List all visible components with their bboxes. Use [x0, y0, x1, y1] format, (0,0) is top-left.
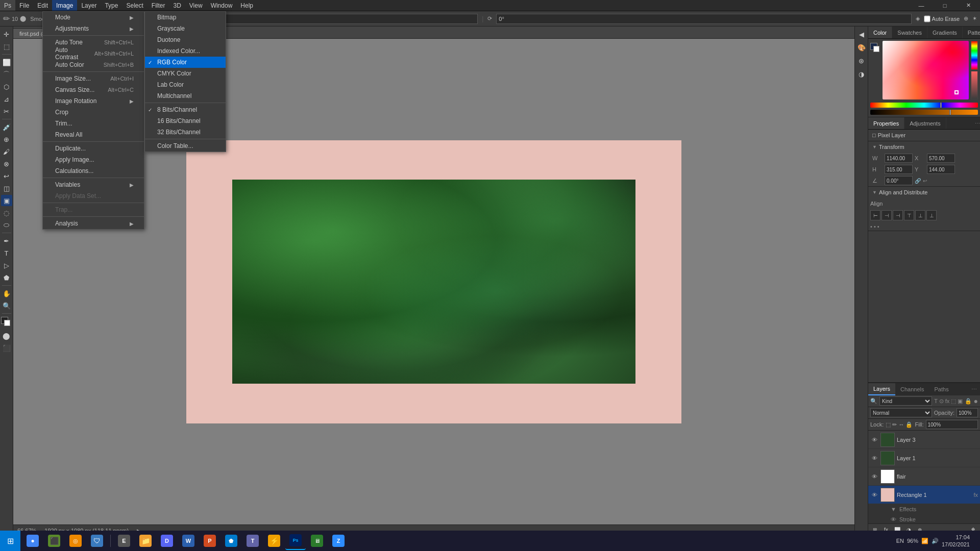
menu-view[interactable]: View: [185, 0, 207, 11]
y-input[interactable]: [927, 165, 955, 174]
layer-item-layer3[interactable]: 👁 Layer 3: [868, 431, 980, 449]
mode-16bit[interactable]: 16 Bits/Channel: [145, 115, 226, 127]
layer-eye-layer1[interactable]: 👁: [870, 454, 878, 462]
menu-type[interactable]: Type: [101, 0, 122, 11]
color-picker-icon[interactable]: 🎨: [856, 42, 867, 53]
filter-toggle[interactable]: ●: [974, 397, 978, 405]
auto-erase-check[interactable]: [924, 14, 930, 24]
dodge-tool[interactable]: ⬭: [1, 219, 12, 231]
brush-settings-icon[interactable]: ⊛: [856, 55, 867, 66]
show-desktop-btn[interactable]: [973, 532, 976, 550]
mode-32bit[interactable]: 32 Bits/Channel: [145, 127, 226, 138]
artboard-tool[interactable]: ⬚: [1, 41, 12, 52]
taskbar-photoshop[interactable]: Ps: [285, 532, 306, 550]
tab-patterns[interactable]: Patterns: [963, 27, 980, 38]
mode-bitmap[interactable]: Bitmap: [145, 12, 226, 23]
menu-reveal-all[interactable]: Reveal All: [43, 129, 144, 140]
screen-mode-tool[interactable]: ⬛: [1, 342, 12, 354]
close-button[interactable]: ✕: [957, 0, 980, 11]
mode-cmyk-color[interactable]: CMYK Color: [145, 68, 226, 79]
menu-help[interactable]: Help: [236, 0, 257, 11]
move-tool[interactable]: ✛: [1, 29, 12, 40]
saturation-slider-vertical[interactable]: [971, 71, 978, 100]
zoom-tool[interactable]: 🔍: [1, 300, 12, 311]
menu-mode[interactable]: Mode ▶: [43, 12, 144, 23]
shape-tool[interactable]: ⬟: [1, 272, 12, 283]
minimize-button[interactable]: —: [910, 0, 933, 11]
menu-variables[interactable]: Variables ▶: [43, 179, 144, 190]
menu-edit[interactable]: Edit: [33, 0, 52, 11]
align-top-btn[interactable]: ⊤: [904, 210, 914, 220]
foreground-background-colors[interactable]: [1, 317, 12, 328]
mode-8bit[interactable]: ✓ 8 Bits/Channel: [145, 104, 226, 115]
menu-auto-color[interactable]: Auto Color Shift+Ctrl+B: [43, 59, 144, 70]
auto-erase-checkbox[interactable]: Auto Erase: [924, 14, 960, 24]
taskbar-chrome[interactable]: ●: [22, 532, 43, 550]
menu-window[interactable]: Window: [207, 0, 237, 11]
layer-item-flair[interactable]: 👁 flair: [868, 467, 980, 486]
fill-input[interactable]: [926, 420, 978, 429]
menu-analysis[interactable]: Analysis ▶: [43, 218, 144, 229]
menu-select[interactable]: Select: [122, 0, 147, 11]
menu-layer[interactable]: Layer: [77, 0, 101, 11]
taskbar-desktop[interactable]: 🖥: [307, 532, 327, 550]
tab-color[interactable]: Color: [868, 27, 892, 38]
align-middle-v-btn[interactable]: ⊥: [915, 210, 925, 220]
angle-transform-input[interactable]: [885, 176, 913, 185]
menu-apply-image[interactable]: Apply Image...: [43, 154, 144, 165]
mode-multichannel[interactable]: Multichannel: [145, 90, 226, 102]
taskbar-shield[interactable]: 🛡: [87, 532, 107, 550]
mode-duotone[interactable]: Duotone: [145, 34, 226, 45]
menu-filter[interactable]: Filter: [148, 0, 169, 11]
menu-duplicate[interactable]: Duplicate...: [43, 143, 144, 154]
w-input[interactable]: [885, 154, 913, 163]
properties-panel-collapse[interactable]: ⋯: [975, 120, 980, 126]
menu-auto-contrast[interactable]: Auto Contrast Alt+Shift+Ctrl+L: [43, 48, 144, 59]
taskbar-clock[interactable]: 17:04 17/02/2021: [942, 534, 970, 548]
tab-gradients[interactable]: Gradients: [927, 27, 963, 38]
align-bottom-btn[interactable]: ⊥: [926, 210, 937, 220]
brush-tool[interactable]: 🖌: [1, 146, 12, 157]
tab-layers[interactable]: Layers: [868, 383, 895, 395]
taskbar-teams[interactable]: T: [242, 532, 263, 550]
taskbar-powerpoint[interactable]: P: [200, 532, 220, 550]
maximize-button[interactable]: □: [933, 0, 957, 11]
taskbar-minecraft[interactable]: ⬛: [44, 532, 64, 550]
h-input[interactable]: [885, 165, 913, 174]
menu-adjustments[interactable]: Adjustments ▶: [43, 23, 144, 34]
layer-eye-layer3[interactable]: 👁: [870, 436, 878, 444]
mode-grayscale[interactable]: Grayscale: [145, 23, 226, 34]
angle-input[interactable]: [496, 14, 911, 24]
taskbar-word[interactable]: W: [178, 532, 199, 550]
reset-icon[interactable]: ↩: [923, 178, 927, 184]
align-left-btn[interactable]: ⊢: [870, 210, 880, 220]
tab-adjustments[interactable]: Adjustments: [904, 117, 946, 129]
taskbar-vscode[interactable]: ⬟: [221, 532, 241, 550]
lasso-tool[interactable]: ⌒: [1, 69, 12, 80]
history-brush-tool[interactable]: ↩: [1, 170, 12, 182]
color-spectrum[interactable]: [883, 41, 969, 99]
start-button[interactable]: ⊞: [0, 531, 20, 551]
adjustment-icon[interactable]: ◑: [856, 68, 867, 80]
effects-collapse-arrow[interactable]: ▼: [891, 506, 896, 512]
layer-eye-flair[interactable]: 👁: [870, 472, 878, 481]
layers-panel-menu[interactable]: ⋯: [968, 386, 980, 393]
text-tool[interactable]: T: [1, 247, 12, 259]
align-center-h-btn[interactable]: ⊣: [881, 210, 892, 220]
tab-paths[interactable]: Paths: [929, 383, 954, 395]
fg-bg-swatch[interactable]: [870, 43, 880, 53]
gradient-tool[interactable]: ▣: [1, 195, 12, 206]
mode-lab-color[interactable]: Lab Color: [145, 79, 226, 90]
background-color[interactable]: [873, 46, 879, 52]
pen-tool[interactable]: ✒: [1, 235, 12, 246]
menu-calculations[interactable]: Calculations...: [43, 165, 144, 177]
crop-tool[interactable]: ⊿: [1, 93, 12, 105]
x-input[interactable]: [927, 154, 955, 163]
layer-eye-rectangle1[interactable]: 👁: [870, 491, 878, 499]
hue-slider-vertical[interactable]: [971, 41, 978, 70]
marquee-tool[interactable]: ⬜: [1, 57, 12, 68]
taskbar-something[interactable]: ⚡: [264, 532, 284, 550]
eyedropper-tool[interactable]: 💉: [1, 121, 12, 133]
path-select-tool[interactable]: ▷: [1, 260, 12, 271]
taskbar-zoom[interactable]: Z: [328, 532, 349, 550]
